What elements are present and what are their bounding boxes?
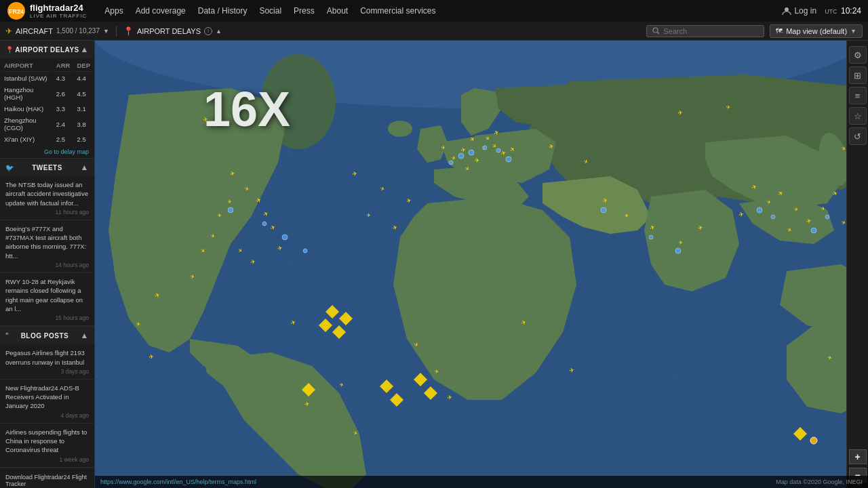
arr-delay: 2.4 bbox=[54, 115, 73, 133]
nav-right: Log in UTC 10:24 bbox=[782, 6, 861, 16]
list-item[interactable]: The NTSB today issued an aircraft accide… bbox=[0, 176, 94, 220]
right-toolbar: ⚙ ⊞ ≡ ☆ ↺ + − bbox=[846, 41, 868, 488]
search-box[interactable] bbox=[646, 25, 764, 37]
table-row[interactable]: Xi'an (XIY)2.52.5 bbox=[1, 134, 93, 144]
svg-point-87 bbox=[458, 153, 464, 159]
star-icon: ☆ bbox=[854, 111, 862, 121]
logo-icon: FR24 bbox=[7, 1, 26, 20]
map-view-label: Map view (default) bbox=[786, 27, 847, 35]
nav-data-history[interactable]: Data / History bbox=[193, 0, 253, 22]
list-item[interactable]: Airlines suspending flights to China in … bbox=[0, 424, 94, 468]
main-layout: 📍 AIRPORT DELAYS ▲ AIRPORT ARR DEP Istan… bbox=[0, 41, 868, 488]
tweet-time: 11 hours ago bbox=[5, 209, 89, 216]
nav-social[interactable]: Social bbox=[254, 0, 287, 22]
svg-text:✈: ✈ bbox=[366, 212, 372, 219]
svg-point-98 bbox=[228, 207, 233, 213]
search-input[interactable] bbox=[663, 27, 758, 35]
settings-button[interactable]: ⚙ bbox=[849, 46, 867, 64]
terms-link[interactable]: https://www.google.com/intl/en_US/help/t… bbox=[100, 479, 256, 485]
blog-title: Pegasus Airlines flight 2193 overruns ru… bbox=[5, 348, 89, 367]
quote-icon: " bbox=[5, 332, 9, 340]
login-button[interactable]: Log in bbox=[782, 6, 816, 16]
svg-text:✈: ✈ bbox=[203, 116, 210, 123]
zoom-in-button[interactable]: + bbox=[849, 449, 867, 464]
list-item[interactable]: Boeing's #777X and #737MAX test aircraft… bbox=[0, 220, 94, 273]
blog-title: New Flightradar24 ADS-B Receivers Activa… bbox=[5, 384, 89, 411]
aircraft-label: AIRCRAFT bbox=[16, 27, 53, 35]
nav-about[interactable]: About bbox=[321, 0, 353, 22]
svg-text:✈: ✈ bbox=[352, 170, 359, 178]
airport-delays-header[interactable]: 📍 AIRPORT DELAYS ▲ bbox=[0, 41, 94, 58]
tweets-section: 🐦 TWEETS ▲ The NTSB today issued an airc… bbox=[0, 159, 94, 327]
nav-commercial[interactable]: Commercial services bbox=[355, 0, 441, 22]
map-area[interactable]: ✈ ✈ ✈ ✈ ✈ ✈ ✈ ✈ ✈ ✈ ✈ ✈ ✈ ✈ ✈ ✈ ✈ ✈ ✈ ✈ … bbox=[95, 41, 868, 488]
tweet-time: 15 hours ago bbox=[5, 314, 89, 321]
svg-text:✈: ✈ bbox=[447, 394, 454, 401]
list-item[interactable]: Pegasus Airlines flight 2193 overruns ru… bbox=[0, 344, 94, 380]
svg-point-2 bbox=[785, 7, 789, 12]
airport-delays-toggle[interactable]: 📍 AIRPORT DELAYS i ▲ bbox=[123, 26, 222, 36]
refresh-button[interactable]: ↺ bbox=[849, 127, 867, 145]
map-view-button[interactable]: 🗺 Map view (default) ▼ bbox=[770, 24, 863, 38]
svg-point-85 bbox=[469, 150, 474, 155]
blog-time: 3 days ago bbox=[5, 368, 89, 375]
blog-posts-header[interactable]: " BLOG POSTS ▲ bbox=[0, 327, 94, 344]
logo[interactable]: FR24 flightradar24 LIVE AIR TRAFFIC bbox=[7, 1, 87, 20]
table-row[interactable]: Istanbul (SAW)4.34.4 bbox=[1, 73, 93, 83]
dep-delay: 4.5 bbox=[74, 85, 93, 102]
top-navigation: FR24 flightradar24 LIVE AIR TRAFFIC Apps… bbox=[0, 0, 868, 22]
arr-delay: 4.3 bbox=[54, 73, 73, 83]
tweets-collapse-icon[interactable]: ▲ bbox=[81, 163, 89, 172]
arr-delay: 2.5 bbox=[54, 134, 73, 144]
nav-apps[interactable]: Apps bbox=[99, 0, 128, 22]
svg-point-3 bbox=[653, 28, 658, 33]
location-icon: 📍 bbox=[123, 26, 134, 36]
airport-delays-table: AIRPORT ARR DEP Istanbul (SAW)4.34.4Hang… bbox=[0, 58, 94, 146]
airport-name: Haikou (HAK) bbox=[1, 104, 52, 114]
subbar-divider-1 bbox=[116, 26, 117, 37]
download-section: Download Flightradar24 Flight Tracker 🍎 … bbox=[0, 468, 94, 488]
svg-point-99 bbox=[262, 222, 267, 226]
airport-name: Hangzhou (HGH) bbox=[1, 85, 52, 102]
delay-map-link[interactable]: Go to delay map bbox=[0, 146, 94, 158]
tweet-text: Boeing's #777X and #737MAX test aircraft… bbox=[5, 224, 89, 260]
layers-button[interactable]: ⊞ bbox=[849, 66, 867, 84]
nav-links: Apps Add coverage Data / History Social … bbox=[99, 0, 770, 22]
map-data-credit: Map data ©2020 Google, INEGI bbox=[776, 479, 863, 485]
filter-icon: ≡ bbox=[855, 91, 861, 101]
svg-point-86 bbox=[483, 146, 487, 150]
table-row[interactable]: Haikou (HAK)3.33.1 bbox=[1, 104, 93, 114]
sidebar: 📍 AIRPORT DELAYS ▲ AIRPORT ARR DEP Istan… bbox=[0, 41, 95, 488]
aircraft-toggle[interactable]: ✈ AIRCRAFT 1,500 / 10,237 ▼ bbox=[5, 26, 109, 36]
logo-text: flightradar24 bbox=[30, 3, 83, 13]
dep-delay: 3.1 bbox=[74, 104, 93, 114]
svg-text:✈: ✈ bbox=[569, 367, 576, 374]
table-row[interactable]: Hangzhou (HGH)2.64.5 bbox=[1, 85, 93, 102]
nav-press[interactable]: Press bbox=[288, 0, 320, 22]
table-row[interactable]: Zhengzhou (CGO)2.43.8 bbox=[1, 115, 93, 133]
user-icon bbox=[782, 6, 791, 16]
delays-chevron: ▲ bbox=[216, 28, 222, 35]
svg-point-93 bbox=[811, 228, 816, 233]
collapse-icon[interactable]: ▲ bbox=[81, 45, 89, 54]
nav-clock: UTC 10:24 bbox=[825, 6, 861, 16]
blog-list: Pegasus Airlines flight 2193 overruns ru… bbox=[0, 344, 94, 467]
info-icon[interactable]: i bbox=[204, 27, 212, 35]
download-title: Download Flightradar24 Flight Tracker bbox=[5, 474, 89, 487]
filter-button[interactable]: ≡ bbox=[849, 87, 867, 104]
star-button[interactable]: ☆ bbox=[849, 107, 867, 125]
svg-point-90 bbox=[449, 161, 453, 165]
list-item[interactable]: New Flightradar24 ADS-B Receivers Activa… bbox=[0, 380, 94, 424]
tweets-header[interactable]: 🐦 TWEETS ▲ bbox=[0, 159, 94, 176]
dep-delay: 3.8 bbox=[74, 115, 93, 133]
dep-delay: 4.4 bbox=[74, 73, 93, 83]
nav-add-coverage[interactable]: Add coverage bbox=[130, 0, 191, 22]
airport-delays-label: AIRPORT DELAYS bbox=[137, 27, 201, 35]
subbar-right: 🗺 Map view (default) ▼ bbox=[646, 24, 863, 38]
logo-subtitle: LIVE AIR TRAFFIC bbox=[30, 13, 87, 19]
airport-name: Istanbul (SAW) bbox=[1, 73, 52, 83]
svg-point-97 bbox=[675, 248, 681, 253]
airport-name: Xi'an (XIY) bbox=[1, 134, 52, 144]
blog-collapse-icon[interactable]: ▲ bbox=[81, 331, 89, 340]
list-item[interactable]: RWY 10-28 at Reykjavik remains closed fo… bbox=[0, 273, 94, 326]
